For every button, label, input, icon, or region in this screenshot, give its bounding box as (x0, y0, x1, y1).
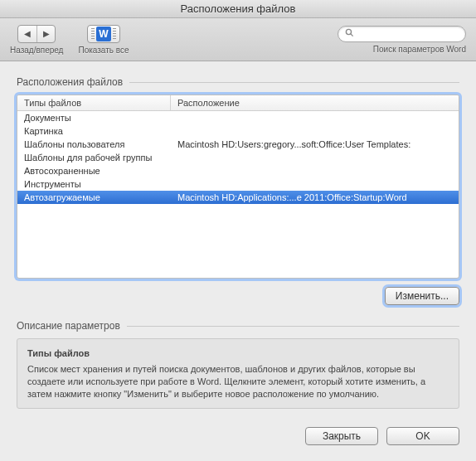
table-row[interactable]: Картинка (17, 124, 459, 138)
cell-location (171, 111, 459, 124)
ok-button-label: OK (415, 430, 430, 442)
search-field[interactable] (338, 26, 466, 42)
search-input[interactable] (357, 29, 459, 39)
cell-location: Macintosh HD:Applications:...e 2011:Offi… (171, 191, 459, 204)
back-forward-segment: ◀ ▶ (17, 25, 56, 43)
cell-type: Шаблоны для рабочей группы (17, 151, 171, 164)
cell-location (171, 164, 459, 177)
file-locations-group-label: Расположения файлов (17, 76, 123, 88)
ok-button[interactable]: OK (386, 427, 459, 445)
content-area: Расположения файлов Типы файлов Располож… (0, 61, 476, 417)
table-row[interactable]: АвтозагружаемыеMacintosh HD:Applications… (17, 191, 459, 204)
divider (129, 82, 459, 83)
description-body: Список мест хранения и путей поиска доку… (27, 364, 425, 399)
description-group-label-row: Описание параметров (17, 320, 459, 332)
table-row[interactable]: Шаблоны пользователяMacintosh HD:Users:g… (17, 138, 459, 151)
cell-type: Инструменты (17, 177, 171, 191)
file-locations-list[interactable]: Типы файлов Расположение ДокументыКартин… (17, 95, 459, 279)
table-row[interactable]: Документы (17, 111, 459, 124)
table-row[interactable]: Шаблоны для рабочей группы (17, 151, 459, 164)
toolbar: ◀ ▶ Назад/вперед W Показать все Поиск па… (0, 18, 476, 61)
svg-line-1 (351, 34, 353, 36)
forward-button[interactable]: ▶ (36, 26, 55, 42)
column-header-type[interactable]: Типы файлов (17, 95, 171, 110)
svg-point-0 (346, 29, 351, 34)
word-app-icon: W (96, 27, 111, 41)
search-label: Поиск параметров Word (373, 45, 466, 54)
cell-type: Автозагружаемые (17, 191, 171, 204)
modify-button[interactable]: Изменить... (385, 287, 459, 305)
show-all-button[interactable]: W (87, 25, 120, 43)
column-header-location[interactable]: Расположение (171, 95, 459, 110)
list-rows: ДокументыКартинкаШаблоны пользователяMac… (17, 111, 459, 204)
close-button-label: Закрыть (323, 430, 361, 442)
triangle-right-icon: ▶ (43, 29, 50, 38)
back-button[interactable]: ◀ (18, 26, 36, 42)
modify-button-row: Изменить... (17, 287, 459, 305)
file-locations-group-label-row: Расположения файлов (17, 76, 459, 88)
divider (127, 326, 459, 327)
description-box: Типы файлов Список мест хранения и путей… (17, 338, 459, 409)
table-row[interactable]: Инструменты (17, 177, 459, 191)
window-titlebar: Расположения файлов (0, 0, 476, 18)
window-title: Расположения файлов (181, 2, 296, 15)
cell-location (171, 151, 459, 164)
triangle-left-icon: ◀ (24, 29, 31, 38)
show-all-label: Показать все (78, 46, 129, 55)
table-row[interactable]: Автосохраненные (17, 164, 459, 177)
cell-type: Документы (17, 111, 171, 124)
footer-buttons: Закрыть OK (0, 417, 476, 445)
cell-type: Автосохраненные (17, 164, 171, 177)
cell-location (171, 124, 459, 138)
nav-group: ◀ ▶ Назад/вперед (10, 25, 63, 55)
show-all-group: W Показать все (78, 25, 129, 55)
cell-location (171, 177, 459, 191)
list-header: Типы файлов Расположение (17, 95, 459, 111)
search-group: Поиск параметров Word (338, 26, 466, 54)
modify-button-label: Изменить... (396, 290, 449, 302)
cell-location: Macintosh HD:Users:gregory...soft:Office… (171, 138, 459, 151)
cell-type: Шаблоны пользователя (17, 138, 171, 151)
search-icon (345, 28, 354, 39)
back-forward-label: Назад/вперед (10, 46, 63, 55)
description-group-label: Описание параметров (17, 320, 120, 332)
cell-type: Картинка (17, 124, 171, 138)
close-button[interactable]: Закрыть (305, 427, 378, 445)
description-title: Типы файлов (27, 347, 449, 360)
